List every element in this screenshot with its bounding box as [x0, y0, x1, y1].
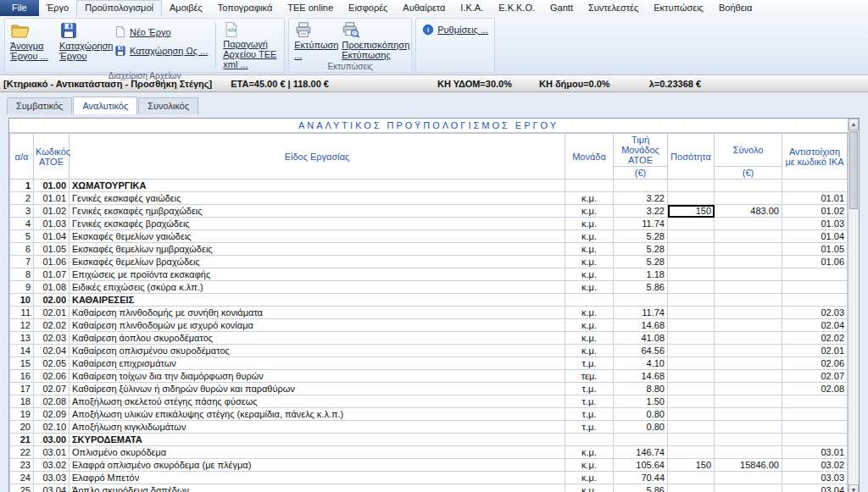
cell-price[interactable]: 1.18 [614, 268, 668, 281]
cell-price[interactable]: 14.68 [614, 370, 668, 383]
scrollbar-thumb[interactable] [849, 131, 858, 209]
cell-code[interactable]: 01.01 [34, 192, 70, 205]
cell-qty[interactable] [668, 395, 715, 408]
cell-price[interactable] [614, 294, 668, 307]
menu-tab[interactable]: Τοπογραφικά [210, 0, 280, 16]
cell-unit[interactable] [565, 434, 614, 446]
cell-ika[interactable] [782, 281, 848, 294]
cell-qty[interactable] [668, 307, 715, 319]
cell-name[interactable]: ΧΩΜΑΤΟΥΡΓΙΚΑ [70, 180, 565, 192]
cell-price[interactable]: 14.68 [614, 319, 668, 332]
cell-price[interactable]: 5.28 [614, 256, 668, 268]
menu-tab[interactable]: ΤΕΕ online [280, 0, 341, 16]
cell-total[interactable] [715, 484, 782, 492]
cell-price[interactable]: 0.80 [614, 421, 668, 434]
cell-unit[interactable]: τ.μ. [565, 421, 614, 434]
cell-total[interactable] [715, 294, 782, 307]
cell-ika[interactable]: 03.04 [782, 484, 848, 492]
cell-ika[interactable]: 01.06 [782, 256, 848, 268]
cell-name[interactable]: Αποξήλωση κιγκλιδωμάτων [70, 421, 565, 434]
cell-code[interactable]: 02.09 [34, 408, 70, 421]
print-button[interactable]: Εκτύπωση ... [291, 19, 338, 60]
cell-qty[interactable] [668, 294, 715, 307]
cell-unit[interactable]: τ.μ. [565, 383, 614, 395]
cell-qty[interactable] [668, 370, 715, 383]
cell-ika[interactable]: 03.01 [782, 446, 848, 459]
cell-code[interactable]: 01.08 [34, 281, 70, 294]
cell-ika[interactable]: 01.03 [782, 218, 848, 230]
header-code[interactable]: Κωδικός ΑΤΟΕ [34, 134, 70, 180]
cell-unit[interactable]: τ.μ. [565, 357, 614, 370]
cell-unit[interactable]: κ.μ. [565, 472, 614, 484]
cell-name[interactable]: Καθαίρεση πλινθοδομών με ισχυρό κονίαμα [70, 319, 565, 332]
cell-name[interactable]: Άοπλο σκυρόδεμα δαπέδων [70, 484, 565, 492]
cell-total[interactable] [715, 421, 782, 434]
cell-price[interactable]: 11.74 [614, 307, 668, 319]
cell-unit[interactable]: τ.μ. [565, 408, 614, 421]
cell-unit[interactable]: κ.μ. [565, 205, 614, 218]
cell-ika[interactable] [782, 395, 848, 408]
print-preview-button[interactable]: Προεπισκόπηση Εκτύπωσης [338, 19, 409, 60]
cell-price[interactable]: 11.74 [614, 218, 668, 230]
file-tab[interactable]: File [0, 0, 39, 16]
cell-aa[interactable]: 19 [10, 408, 34, 421]
cell-qty[interactable] [668, 281, 715, 294]
cell-aa[interactable]: 24 [10, 472, 34, 484]
cell-aa[interactable]: 20 [10, 421, 34, 434]
cell-name[interactable]: ΚΑΘΑΙΡΕΣΕΙΣ [70, 294, 565, 307]
cell-aa[interactable]: 3 [10, 205, 34, 218]
cell-qty[interactable] [668, 434, 715, 446]
vertical-scrollbar[interactable]: ▲ ▼ [848, 119, 859, 492]
cell-total[interactable] [715, 307, 782, 319]
cell-aa[interactable]: 18 [10, 395, 34, 408]
cell-name[interactable]: Καθαίρεση επιχρισμάτων [70, 357, 565, 370]
cell-ika[interactable]: 02.03 [782, 307, 848, 319]
cell-code[interactable]: 02.06 [34, 370, 70, 383]
menu-tab[interactable]: Προϋπολογισμοί [76, 0, 162, 16]
cell-name[interactable]: Καθαίρεση άοπλου σκυροδέματος [70, 332, 565, 345]
cell-total[interactable] [715, 192, 782, 205]
cell-code[interactable]: 03.01 [34, 446, 70, 459]
cell-total[interactable] [715, 370, 782, 383]
cell-unit[interactable]: κ.μ. [565, 268, 614, 281]
cell-qty[interactable] [668, 319, 715, 332]
cell-qty[interactable] [668, 243, 715, 256]
cell-aa[interactable]: 1 [10, 180, 34, 192]
cell-code[interactable]: 03.04 [34, 484, 70, 492]
cell-aa[interactable]: 15 [10, 357, 34, 370]
cell-unit[interactable]: τ.μ. [565, 395, 614, 408]
cell-ika[interactable]: 03.02 [782, 459, 848, 472]
menu-tab[interactable]: Εισφορές [341, 0, 395, 16]
cell-aa[interactable]: 23 [10, 459, 34, 472]
cell-unit[interactable]: τεμ. [565, 370, 614, 383]
menu-tab[interactable]: Εκτυπώσεις [646, 0, 711, 16]
cell-code[interactable]: 03.03 [34, 472, 70, 484]
cell-aa[interactable]: 9 [10, 281, 34, 294]
cell-code[interactable]: 02.08 [34, 395, 70, 408]
cell-code[interactable]: 01.05 [34, 243, 70, 256]
cell-code[interactable]: 02.03 [34, 332, 70, 345]
cell-unit[interactable]: κ.μ. [565, 446, 614, 459]
cell-unit[interactable]: κ.μ. [565, 218, 614, 230]
cell-aa[interactable]: 2 [10, 192, 34, 205]
cell-aa[interactable]: 22 [10, 446, 34, 459]
cell-ika[interactable]: 02.08 [782, 383, 848, 395]
cell-unit[interactable]: κ.μ. [565, 307, 614, 319]
cell-name[interactable]: Οπλισμένο σκυρόδεμα [70, 446, 565, 459]
cell-name[interactable]: Γενικές εκσκαφές βραχώδεις [70, 218, 565, 230]
cell-name[interactable]: Εκσκαφές θεμελίων ημιβραχώδεις [70, 243, 565, 256]
cell-total[interactable] [715, 319, 782, 332]
cell-code[interactable]: 02.02 [34, 319, 70, 332]
cell-ika[interactable] [782, 268, 848, 281]
cell-code[interactable]: 02.01 [34, 307, 70, 319]
cell-code[interactable]: 01.07 [34, 268, 70, 281]
cell-name[interactable]: Αποξήλωση σκελετού στέγης πάσης φύσεως [70, 395, 565, 408]
cell-aa[interactable]: 16 [10, 370, 34, 383]
cell-unit[interactable] [565, 294, 614, 307]
menu-tab[interactable]: Έργο [39, 0, 77, 16]
cell-qty[interactable] [668, 408, 715, 421]
menu-tab[interactable]: Βοήθεια [711, 0, 760, 16]
cell-total[interactable] [715, 383, 782, 395]
cell-name[interactable]: Εκσκαφές θεμελίων γαιώδεις [70, 230, 565, 243]
cell-aa[interactable]: 4 [10, 218, 34, 230]
